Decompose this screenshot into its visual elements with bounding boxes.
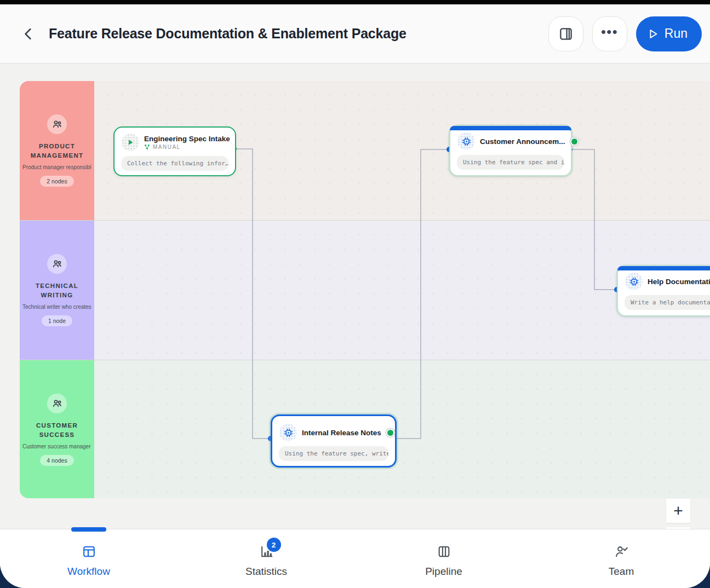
- statistics-count-badge: 2: [267, 538, 281, 552]
- people-icon: [47, 114, 67, 134]
- node-prompt-preview: Write a help documentation: [625, 295, 710, 310]
- node-internal-release-notes[interactable]: Internal Release Notes Using the feature…: [271, 414, 397, 468]
- people-icon: [47, 254, 67, 274]
- ellipsis-icon: •••: [601, 25, 618, 43]
- lane-name: CUSTOMER SUCCESS: [24, 421, 90, 439]
- agent-chip-icon: [457, 132, 475, 150]
- node-engineering-spec-intake[interactable]: Engineering Spec Intake MANUAL Collect t…: [113, 126, 236, 176]
- app-window: Feature Release Documentation & Enableme…: [0, 0, 710, 588]
- panel-toggle-button[interactable]: [548, 16, 583, 51]
- agent-chip-icon: [279, 424, 297, 441]
- node-title: Internal Release Notes: [302, 429, 381, 437]
- run-button-label: Run: [665, 26, 688, 41]
- more-options-button[interactable]: •••: [592, 16, 627, 51]
- lane-description: Technical writer who creates c...: [22, 304, 91, 310]
- workflow-canvas[interactable]: PRODUCT MANAGEMENT Product manager respo…: [0, 64, 710, 529]
- status-dot: [386, 429, 394, 437]
- lane-description: Product manager responsible f...: [22, 164, 91, 170]
- tab-workflow[interactable]: Workflow: [0, 529, 178, 588]
- status-bar: [0, 0, 710, 4]
- tab-label: Pipeline: [425, 566, 462, 578]
- agent-chip-icon: [625, 273, 643, 290]
- node-prompt-preview: Collect the following infor…: [121, 156, 228, 171]
- header: Feature Release Documentation & Enableme…: [0, 4, 710, 64]
- manual-trigger-play-icon: [122, 134, 139, 151]
- lane-customer-success[interactable]: CUSTOMER SUCCESS Customer success manage…: [20, 360, 94, 498]
- pipeline-columns-icon: [437, 544, 451, 559]
- zoom-controls: +: [666, 499, 690, 529]
- page-title: Feature Release Documentation & Enableme…: [49, 26, 406, 42]
- node-title: Customer Announcem...: [480, 137, 565, 146]
- node-prompt-preview: Using the feature spec and in…: [457, 155, 564, 170]
- lane-technical-writing[interactable]: TECHNICAL WRITING Technical writer who c…: [20, 221, 94, 360]
- lane-name: PRODUCT MANAGEMENT: [24, 142, 90, 160]
- team-person-check-icon: [614, 544, 629, 559]
- back-button[interactable]: [16, 22, 41, 46]
- run-button[interactable]: Run: [636, 16, 702, 51]
- tab-pipeline[interactable]: Pipeline: [355, 529, 532, 588]
- tab-label: Workflow: [67, 566, 110, 578]
- workflow-grid-icon: [82, 544, 96, 559]
- lane-name: TECHNICAL WRITING: [24, 281, 90, 299]
- status-dot: [570, 137, 579, 146]
- lane-row-technical-writing: TECHNICAL WRITING Technical writer who c…: [20, 220, 710, 360]
- node-help-documentation[interactable]: Help Documentation Write a help document…: [617, 266, 710, 316]
- tab-statistics[interactable]: 2 Statistics: [178, 529, 355, 588]
- header-actions: ••• Run: [548, 16, 702, 51]
- tab-label: Team: [609, 566, 634, 578]
- people-icon: [47, 394, 67, 413]
- lane-product-management[interactable]: PRODUCT MANAGEMENT Product manager respo…: [20, 81, 94, 220]
- lane-node-count-badge: 4 nodes: [40, 455, 73, 466]
- branch-icon: [144, 144, 150, 150]
- lane-node-count-badge: 2 nodes: [40, 176, 73, 187]
- chevron-left-icon: [21, 27, 36, 41]
- zoom-in-button[interactable]: +: [666, 499, 690, 523]
- node-customer-announcement[interactable]: Customer Announcem... Using the feature …: [449, 125, 572, 176]
- tab-label: Statistics: [245, 566, 287, 578]
- trigger-type-label: MANUAL: [153, 144, 181, 150]
- tab-team[interactable]: Team: [532, 529, 710, 588]
- node-prompt-preview: Using the feature spec, write…: [279, 446, 388, 461]
- play-icon: [647, 28, 659, 40]
- bottom-navigation: Workflow 2 Statistics Pipeline Team: [0, 529, 710, 588]
- lane-node-count-badge: 1 node: [42, 315, 72, 326]
- split-panel-icon: [558, 26, 574, 42]
- node-title: Help Documentation: [648, 278, 710, 286]
- node-title: Engineering Spec Intake: [144, 135, 230, 143]
- active-tab-indicator: [71, 527, 106, 532]
- lane-description: Customer success manager w...: [22, 443, 91, 449]
